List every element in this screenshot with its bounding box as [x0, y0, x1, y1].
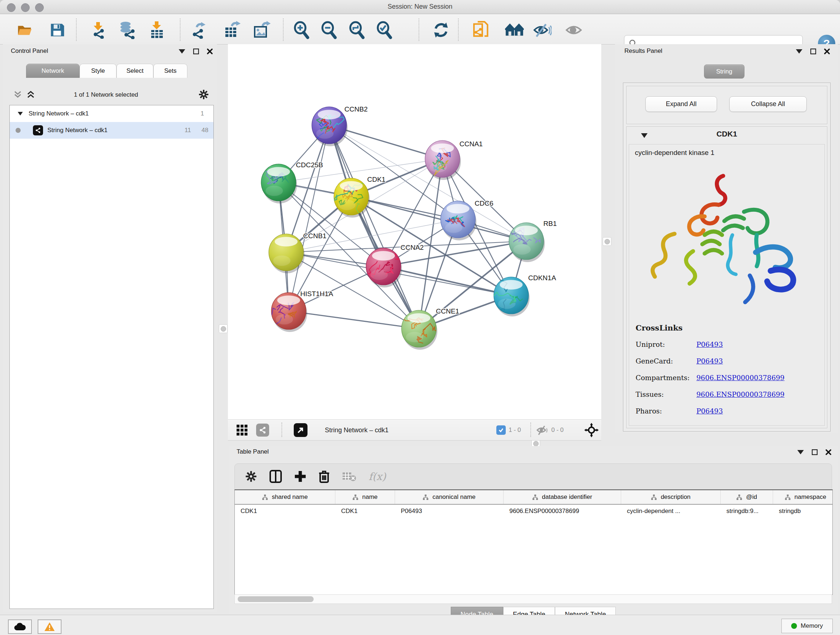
memory-button[interactable]: Memory: [782, 619, 833, 633]
zoom-out-button[interactable]: [320, 21, 339, 40]
selected-nodes-indicator[interactable]: 1 - 0: [496, 423, 521, 437]
add-column-icon[interactable]: [294, 470, 306, 483]
collapse-all-button[interactable]: Collapse All: [729, 96, 807, 112]
float-panel-icon[interactable]: [812, 449, 818, 455]
import-network-database-button[interactable]: [118, 21, 137, 40]
edge-HIST1H1A-CCNE1[interactable]: [289, 311, 419, 329]
zoom-selected-button[interactable]: [375, 21, 394, 40]
node-CCNA1[interactable]: [425, 141, 461, 180]
table-cell[interactable]: CDK1: [335, 505, 395, 518]
expand-all-networks-button[interactable]: [27, 90, 35, 100]
close-panel-icon[interactable]: [824, 49, 830, 54]
birds-eye-view-button[interactable]: [236, 423, 248, 437]
collapse-panel-icon[interactable]: [179, 49, 185, 54]
node-HIST1H1A[interactable]: [271, 293, 307, 332]
column-header-id[interactable]: @id: [721, 490, 773, 504]
vertical-splitter-grip[interactable]: [603, 237, 611, 246]
column-header-description[interactable]: description: [621, 490, 721, 504]
delete-column-icon[interactable]: [319, 470, 330, 483]
table-panel: Table Panel: [229, 446, 838, 615]
pan-mode-button[interactable]: [584, 423, 599, 437]
table-cell[interactable]: stringdb: [773, 505, 833, 518]
save-session-button[interactable]: [48, 21, 66, 40]
node-CDC6[interactable]: [441, 201, 477, 241]
tab-style[interactable]: Style: [80, 64, 117, 78]
crosslinks-rows: Uniprot:P06493GeneCard:P06493Compartment…: [636, 340, 816, 415]
float-panel-icon[interactable]: [810, 49, 816, 54]
crosslink-link[interactable]: P06493: [696, 407, 723, 415]
vertical-splitter-grip[interactable]: [219, 325, 227, 333]
node-count: 11: [185, 127, 191, 134]
node-CDC25B[interactable]: [261, 164, 297, 203]
network-collection-row[interactable]: String Network – cdk1 1: [10, 105, 213, 122]
function-builder-button[interactable]: f(x): [369, 470, 386, 483]
hide-selected-button[interactable]: [533, 21, 552, 40]
close-panel-icon[interactable]: [207, 49, 213, 54]
node-CDKN1A[interactable]: [491, 277, 530, 317]
refresh-button[interactable]: [431, 21, 450, 40]
collapse-panel-icon[interactable]: [797, 450, 804, 454]
table-cell[interactable]: P06493: [395, 505, 504, 518]
column-header-label: shared name: [272, 494, 308, 501]
zoom-in-button[interactable]: [292, 21, 311, 40]
export-table-button[interactable]: [223, 21, 242, 40]
close-panel-icon[interactable]: [826, 449, 831, 455]
crosslink-link[interactable]: P06493: [696, 357, 723, 365]
expand-all-button[interactable]: Expand All: [645, 96, 717, 112]
warnings-button[interactable]: [38, 619, 62, 634]
node-table[interactable]: shared namenamecanonical namedatabase id…: [234, 489, 833, 595]
table-cell[interactable]: 9606.ENSP00000378699: [504, 505, 621, 518]
table-row[interactable]: CDK1CDK1P064939606.ENSP00000378699cyclin…: [235, 505, 832, 518]
node-label-CDC6: CDC6: [475, 200, 493, 207]
string-home-button[interactable]: [505, 21, 524, 40]
network-canvas[interactable]: CCNB2CCNA1CDC25BCDK1CDC6RB1CCNB1CCNA2CDK…: [228, 44, 601, 419]
import-network-file-button[interactable]: [88, 21, 107, 40]
table-cell[interactable]: CDK1: [235, 505, 335, 518]
tab-string[interactable]: String: [704, 65, 745, 79]
collapse-panel-icon[interactable]: [796, 49, 802, 54]
column-header-namespace[interactable]: namespace: [773, 490, 833, 504]
zoom-fit-icon: [348, 21, 366, 39]
node-CDK1[interactable]: [333, 178, 370, 218]
crosslink-link[interactable]: P06493: [696, 340, 723, 348]
table-cell[interactable]: cyclin-dependent ...: [621, 505, 721, 518]
column-header-sharedname[interactable]: shared name: [235, 490, 335, 504]
table-options-gear-icon[interactable]: [245, 470, 257, 483]
crosslink-link[interactable]: 9606.ENSP00000378699: [696, 390, 785, 398]
cloud-icon: [14, 622, 26, 631]
node-CCNB1[interactable]: [269, 234, 305, 273]
node-CCNA2[interactable]: [365, 248, 402, 287]
scrollbar-thumb[interactable]: [238, 596, 314, 602]
string-view-button[interactable]: [256, 423, 269, 437]
network-row[interactable]: String Network – cdk1 11 48: [10, 122, 213, 139]
network-options-button[interactable]: [198, 89, 209, 101]
zoom-fit-button[interactable]: [347, 21, 366, 40]
column-header-databaseidentifier[interactable]: database identifier: [504, 490, 621, 504]
float-panel-icon[interactable]: [193, 49, 199, 54]
network-status-dot: [16, 128, 21, 133]
export-image-button[interactable]: [252, 21, 271, 40]
tab-network[interactable]: Network: [26, 64, 80, 78]
collapse-all-networks-button[interactable]: [14, 90, 22, 100]
show-all-button[interactable]: [565, 21, 584, 40]
column-header-canonicalname[interactable]: canonical name: [395, 490, 504, 504]
hidden-nodes-indicator[interactable]: 0 - 0: [536, 423, 564, 437]
show-columns-icon[interactable]: [270, 470, 282, 483]
cloud-status-button[interactable]: [8, 619, 32, 634]
new-network-from-selection-button[interactable]: [472, 21, 491, 40]
open-session-button[interactable]: [16, 21, 34, 40]
open-view-button[interactable]: [294, 423, 308, 437]
node-CCNB2[interactable]: [308, 107, 348, 146]
export-network-button[interactable]: [189, 21, 208, 40]
chevron-double-up-icon: [27, 90, 35, 98]
crosslink-link[interactable]: 9606.ENSP00000378699: [696, 374, 785, 382]
import-table-button[interactable]: [148, 21, 166, 40]
crosslink-label: Pharos:: [636, 407, 696, 415]
table-cell[interactable]: stringdb:9...: [721, 505, 773, 518]
tab-sets[interactable]: Sets: [153, 64, 187, 78]
table-horizontal-scrollbar[interactable]: [234, 594, 832, 604]
node-RB1[interactable]: [509, 223, 545, 262]
delete-table-icon[interactable]: [342, 471, 356, 482]
tab-select[interactable]: Select: [117, 64, 153, 78]
column-header-name[interactable]: name: [335, 490, 395, 504]
